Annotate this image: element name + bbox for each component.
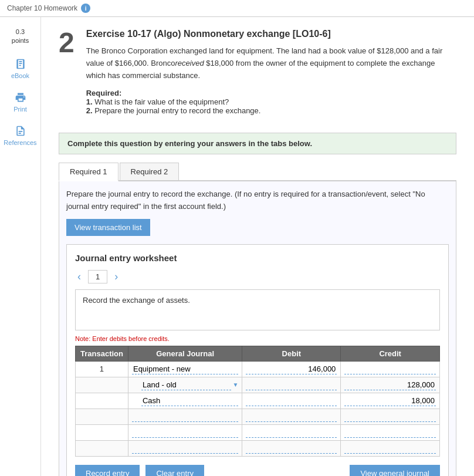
row3-debit-input[interactable] bbox=[246, 396, 337, 406]
row1-credit-input[interactable] bbox=[344, 364, 436, 374]
col-credit: Credit bbox=[341, 346, 440, 361]
complete-banner: Complete this question by entering your … bbox=[59, 133, 456, 154]
row2-debit bbox=[242, 377, 341, 393]
row5-debit-input[interactable] bbox=[246, 427, 337, 438]
points-value: 0.3 bbox=[12, 28, 29, 36]
row6-transaction bbox=[76, 440, 128, 456]
sidebar-item-references[interactable]: References bbox=[0, 120, 40, 151]
row6-account-input[interactable] bbox=[132, 443, 238, 454]
references-label: References bbox=[4, 139, 36, 146]
row6-account bbox=[128, 440, 242, 456]
record-entry-button[interactable]: Record entry bbox=[75, 465, 140, 476]
row6-debit bbox=[242, 440, 341, 456]
row1-credit bbox=[341, 361, 440, 377]
row2-account: ▼ bbox=[128, 377, 242, 393]
references-icon bbox=[14, 124, 27, 137]
row5-account-input[interactable] bbox=[132, 427, 238, 438]
row5-account bbox=[128, 424, 242, 440]
table-row bbox=[76, 409, 440, 424]
print-icon bbox=[14, 91, 27, 104]
tab-content: Prepare the journal entry to record the … bbox=[59, 181, 456, 476]
view-general-journal-button[interactable]: View general journal bbox=[350, 465, 440, 476]
row6-credit-input[interactable] bbox=[344, 443, 436, 454]
table-row bbox=[76, 440, 440, 456]
row6-debit-input[interactable] bbox=[246, 443, 337, 454]
note-text: Note: Enter debits before credits. bbox=[75, 335, 440, 342]
row4-credit bbox=[341, 409, 440, 424]
table-row: ▼ bbox=[76, 377, 440, 393]
row1-debit bbox=[242, 361, 341, 377]
row1-transaction: 1 bbox=[76, 361, 128, 377]
row4-debit bbox=[242, 409, 341, 424]
page-nav: ‹ 1 › bbox=[75, 270, 440, 283]
row4-transaction bbox=[76, 409, 128, 424]
journal-table: Transaction General Journal Debit Credit… bbox=[75, 346, 440, 457]
next-page-button[interactable]: › bbox=[112, 271, 120, 283]
row2-transaction bbox=[76, 377, 128, 393]
tabs-container: Required 1 Required 2 bbox=[59, 163, 456, 181]
row5-debit bbox=[242, 424, 341, 440]
table-row bbox=[76, 424, 440, 440]
print-label: Print bbox=[13, 106, 27, 113]
row1-debit-input[interactable] bbox=[246, 364, 337, 374]
content-area: 2 Exercise 10-17 (Algo) Nonmonetary exch… bbox=[41, 17, 474, 476]
transaction-description: Record the exchange of assets. bbox=[75, 289, 440, 330]
top-bar: Chapter 10 Homework i bbox=[0, 0, 474, 17]
col-transaction: Transaction bbox=[76, 346, 128, 361]
col-general-journal: General Journal bbox=[128, 346, 242, 361]
row4-account bbox=[128, 409, 242, 424]
req-item-1: 1. What is the fair value of the equipme… bbox=[86, 97, 229, 106]
points-display: 0.3 points bbox=[9, 23, 31, 50]
row3-credit-input[interactable] bbox=[344, 396, 436, 406]
row1-account-input[interactable] bbox=[132, 364, 238, 374]
row2-credit bbox=[341, 377, 440, 393]
banner-text: Complete this question by entering your … bbox=[67, 139, 312, 148]
ebook-label: eBook bbox=[11, 72, 29, 79]
row4-debit-input[interactable] bbox=[246, 411, 337, 422]
question-number: 2 bbox=[59, 29, 75, 57]
tab-required2[interactable]: Required 2 bbox=[120, 163, 180, 180]
worksheet-title: Journal entry worksheet bbox=[75, 253, 440, 263]
description: The Bronco Corporation exchanged land fo… bbox=[86, 45, 456, 82]
row3-credit bbox=[341, 393, 440, 409]
row5-credit bbox=[341, 424, 440, 440]
row1-account bbox=[128, 361, 242, 377]
row2-account-input[interactable] bbox=[141, 380, 231, 390]
chapter-title: Chapter 10 Homework bbox=[7, 4, 77, 12]
sidebar: 0.3 points eBook Print bbox=[0, 17, 41, 476]
row2-dropdown-arrow[interactable]: ▼ bbox=[232, 382, 238, 388]
worksheet-container: Journal entry worksheet ‹ 1 › Record the… bbox=[66, 244, 449, 476]
exercise-title: Exercise 10-17 (Algo) Nonmonetary exchan… bbox=[86, 29, 456, 39]
row4-credit-input[interactable] bbox=[344, 411, 436, 422]
row6-credit bbox=[341, 440, 440, 456]
desc-italic: received bbox=[175, 59, 204, 67]
main-layout: 0.3 points eBook Print bbox=[0, 17, 474, 476]
row2-debit-input[interactable] bbox=[246, 380, 337, 390]
row5-credit-input[interactable] bbox=[344, 427, 436, 438]
info-icon[interactable]: i bbox=[81, 4, 90, 13]
tab-required1[interactable]: Required 1 bbox=[59, 163, 118, 181]
table-row bbox=[76, 393, 440, 409]
row3-transaction bbox=[76, 393, 128, 409]
row3-account bbox=[128, 393, 242, 409]
instruction-main: Prepare the journal entry to record the … bbox=[66, 190, 232, 198]
required-section: Required: 1. What is the fair value of t… bbox=[86, 89, 456, 115]
instruction-text: Prepare the journal entry to record the … bbox=[66, 188, 449, 213]
row3-debit bbox=[242, 393, 341, 409]
clear-entry-button[interactable]: Clear entry bbox=[145, 465, 204, 476]
row5-transaction bbox=[76, 424, 128, 440]
req-item-2: 2. Prepare the journal entry to record t… bbox=[86, 106, 261, 115]
question-header: Exercise 10-17 (Algo) Nonmonetary exchan… bbox=[86, 29, 456, 124]
row3-account-input[interactable] bbox=[141, 396, 238, 406]
col-debit: Debit bbox=[242, 346, 341, 361]
action-buttons: Record entry Clear entry View general jo… bbox=[75, 465, 440, 476]
points-label: points bbox=[12, 36, 29, 45]
sidebar-item-ebook[interactable]: eBook bbox=[0, 53, 40, 84]
page-number: 1 bbox=[88, 270, 107, 283]
prev-page-button[interactable]: ‹ bbox=[75, 271, 83, 283]
sidebar-item-print[interactable]: Print bbox=[0, 86, 40, 117]
row4-account-input[interactable] bbox=[132, 411, 238, 422]
view-transaction-button[interactable]: View transaction list bbox=[66, 219, 150, 236]
table-row: 1 bbox=[76, 361, 440, 377]
row2-credit-input[interactable] bbox=[344, 380, 436, 390]
